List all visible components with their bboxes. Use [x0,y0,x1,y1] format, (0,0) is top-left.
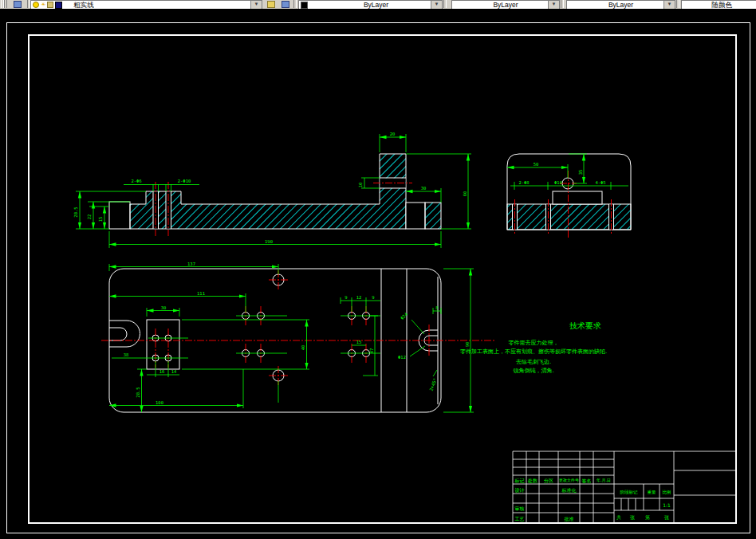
toolbar-separator [676,0,679,8]
tech-req-line: 锐角倒钝，清角. [512,368,553,374]
dim-label: 9 [372,295,374,300]
sun-icon[interactable]: ☀ [41,2,45,8]
drawing-canvas[interactable]: 28.5 22 15 2-Φ6 2-Φ10 20 30 10 60 190 [0,0,756,539]
dim-label: 22 [87,214,92,220]
title-block-cell: 更改文件号 [559,478,579,482]
dim-label: 190 [265,239,273,244]
toolbar-separator [293,0,297,8]
title-block-cell: 处数 [527,478,537,484]
dim-label: 30 [161,305,167,310]
title-block-cell: 第 [645,514,650,520]
dim-label: 28.5 [136,387,140,397]
dim-label: Φ10 [554,180,562,185]
make-current-icon [267,1,275,8]
dim-label: 2-Φ6 [131,179,141,183]
dim-label: Φ12 [398,355,406,360]
dim-label: 60 [463,191,467,197]
dim-label: 12 [356,295,362,300]
title-block-cell: 共 [616,514,621,520]
title-block-cell: 标准化 [561,487,577,494]
dropdown-arrow-icon[interactable]: ▼ [548,1,559,9]
title-block-cell: 标记 [514,478,525,484]
layer-combo[interactable]: ☀ 粗实线 ▼ [30,0,262,9]
dim-label: 28.5 [73,207,78,217]
dim-label: 35 [578,170,583,175]
title-block-cell: 重量 [648,490,657,494]
dim-label: 47 [369,348,374,354]
toolbar-separator [561,0,564,8]
dim-label: 9 [345,295,347,300]
toolbar-separator [443,0,447,8]
layer-manager-button[interactable] [7,0,26,8]
title-block-cell: 比例 [663,490,671,495]
tech-req-line: 零件需去应力处理， [509,339,559,346]
dropdown-arrow-icon[interactable]: ▼ [431,1,442,9]
plotstyle-combo[interactable]: 随颜色 [681,0,756,9]
dim-label: 2-Φ10 [178,179,191,183]
lineweight-combo-value: ByLayer [567,1,675,9]
title-block-cell: 张 [664,514,669,521]
dropdown-arrow-icon[interactable]: ▼ [250,1,262,9]
dim-label: 30 [421,186,427,191]
title-block-cell: 年.月.日 [597,478,611,483]
dim-label: 40 [301,345,305,351]
dim-label: 14 [171,369,177,374]
title-block-cell: 设计 [515,487,525,493]
tech-req-line: 零件加工表面上，不应有划痕、擦伤等损坏零件表面的缺陷. [460,348,607,355]
dim-label: 16 [159,369,165,374]
title-block-cell: 工艺 [515,516,525,521]
linetype-combo[interactable]: ByLayer ▼ [451,0,560,9]
scale-value: 1:1 [663,502,671,508]
tech-req-line: 去除毛刺飞边. [516,359,551,365]
layer-previous-button[interactable] [278,0,292,8]
dim-label: 15 [356,340,362,344]
bulb-icon[interactable] [33,2,39,8]
dim-label: 4-Φ5 [595,180,605,185]
dim-label: 20 [390,132,396,136]
dim-label: 90 [465,342,470,348]
layer-color-icon[interactable] [55,2,62,9]
dim-label: 8 [435,305,438,310]
dim-label: 100 [156,400,163,405]
linetype-combo-value: ByLayer [452,1,559,9]
layers-icon [282,1,289,8]
dim-label: 15 [98,217,103,222]
lock-icon[interactable] [47,2,53,8]
color-combo[interactable]: ByLayer ▼ [298,0,443,9]
cad-window: 28.5 22 15 2-Φ6 2-Φ10 20 30 10 60 190 [0,0,756,539]
title-block-cell: 签名 [582,478,592,484]
dim-label: 2-Φ8 [518,180,529,185]
plotstyle-combo-value: 随颜色 [682,1,756,9]
dim-label: 111 [197,291,205,296]
canvas-background [0,0,756,539]
tech-req-title: 技术要求 [569,321,601,330]
dim-label: 50 [534,162,539,167]
title-block-cell: 分区 [544,478,553,483]
title-block-cell: 批准 [565,516,574,522]
lineweight-combo[interactable]: ByLayer ▼ [566,0,675,9]
title-block-cell: 张 [630,514,635,521]
layers-icon [14,1,22,8]
toolbar: ☀ 粗实线 ▼ ByLayer ▼ ByLayer ▼ ByLayer ▼ [0,0,756,9]
dropdown-arrow-icon[interactable]: ▼ [663,1,675,9]
dim-label: 10 [358,183,363,188]
layer-combo-value: 粗实线 [73,1,94,9]
dim-label: 38 [124,352,129,357]
dim-label: 137 [187,262,195,266]
color-swatch-icon [301,2,308,9]
title-block-cell: 审核 [515,506,525,511]
make-object-layer-current-button[interactable] [263,0,277,8]
title-block-cell: 阶段标记 [620,490,639,495]
color-combo-value: ByLayer [310,1,442,9]
